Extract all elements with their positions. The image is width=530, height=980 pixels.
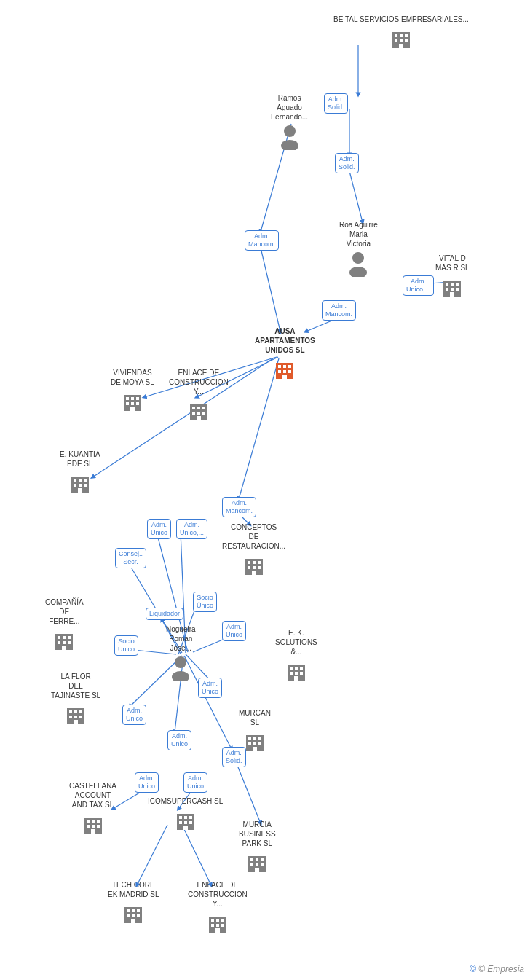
node-tech-core[interactable]: TECH COREEK MADRID SL [108,880,159,925]
person-icon-roa [347,251,370,277]
badge-consej-secr[interactable]: Consej..Secr. [115,548,146,568]
node-vital-d[interactable]: VITAL DMAS R SL [435,254,470,298]
svg-rect-121 [253,747,257,751]
svg-rect-57 [126,397,129,400]
svg-rect-135 [184,821,187,824]
svg-rect-99 [290,667,293,670]
node-ramos[interactable]: RamosAguadoFernando... [271,93,308,150]
node-ek-solutions[interactable]: E. K.SOLUTIONS&... [275,628,317,682]
svg-rect-141 [261,858,264,861]
node-murcan[interactable]: MURCANSL [239,708,271,753]
node-viviendas[interactable]: VIVIENDASDE MOYA SL [111,368,154,412]
svg-rect-73 [74,479,76,482]
svg-rect-66 [197,407,200,409]
svg-rect-113 [74,720,78,724]
badge-liquidador[interactable]: Liquidador [146,608,183,620]
svg-rect-102 [290,672,293,675]
svg-rect-120 [258,742,261,745]
svg-rect-157 [221,919,224,922]
svg-rect-35 [399,44,403,48]
building-icon-vital [440,275,464,298]
watermark: © © Empresia [470,964,524,974]
svg-rect-62 [136,402,139,405]
node-be-tal[interactable]: BE TAL SERVICIOS EMPRESARIALES... [333,15,469,50]
building-icon-enlace-bottom [206,911,229,934]
svg-rect-53 [283,370,286,373]
node-icomsupercash[interactable]: ICOMSUPERCASH SL [148,796,223,831]
badge-socio-unico-1[interactable]: SocioÚnico [193,592,217,612]
badge-adm-unico-3[interactable]: Adm.Unico [222,621,246,641]
svg-line-27 [182,825,211,885]
svg-rect-129 [91,829,95,834]
badge-socio-unico-2[interactable]: SocioÚnico [114,635,138,656]
badge-adm-unico-5[interactable]: Adm.Unico [122,705,146,725]
svg-rect-133 [189,816,192,819]
svg-rect-52 [278,370,281,373]
svg-rect-105 [294,676,298,681]
node-e-kuantia[interactable]: E. KUANTIAEDE SL [60,450,100,494]
svg-rect-50 [283,365,286,368]
svg-rect-126 [87,825,90,828]
badge-adm-unico-2[interactable]: Adm.Unico,... [176,519,207,539]
badge-adm-solid-1[interactable]: Adm.Solid. [324,93,348,114]
svg-rect-134 [179,821,182,824]
badge-adm-mancom-1[interactable]: Adm.Mancom. [245,230,279,251]
svg-point-97 [172,671,189,681]
svg-rect-51 [288,365,291,368]
badge-adm-unico-4[interactable]: Adm.Unico [198,678,222,698]
node-nogueira[interactable]: NogueiraRomanJose... [166,624,196,681]
svg-rect-70 [202,412,205,415]
svg-rect-124 [92,820,95,823]
node-enlace-bottom[interactable]: ENLACE DECONSTRUCCIONY... [188,880,248,934]
badge-adm-unico-8[interactable]: Adm.Unico [183,772,207,793]
svg-rect-47 [450,292,454,297]
building-icon-ausa [273,357,296,380]
svg-rect-74 [79,479,82,482]
badge-adm-unico-vital[interactable]: Adm.Unico,... [403,275,434,296]
svg-rect-59 [136,397,139,400]
badge-adm-mancom-3[interactable]: Adm.Mancom. [222,497,256,517]
node-castellana[interactable]: CASTELLANAACCOUNTAND TAX SL [69,781,116,835]
svg-rect-31 [405,34,408,37]
svg-rect-79 [78,488,82,493]
svg-rect-41 [446,283,448,286]
svg-point-37 [281,140,298,150]
svg-rect-89 [58,636,60,639]
svg-rect-118 [248,742,251,745]
badge-adm-unico-7[interactable]: Adm.Unico [135,772,159,793]
badge-adm-mancom-2[interactable]: Adm.Mancom. [322,300,356,321]
node-compania[interactable]: COMPAÑÍADEFERRE... [45,597,84,651]
svg-rect-110 [69,716,72,718]
badge-adm-unico-6[interactable]: Adm.Unico [167,730,191,750]
svg-rect-84 [248,566,250,569]
svg-rect-32 [395,39,398,42]
svg-rect-83 [258,561,261,564]
node-ausa[interactable]: AUSAAPARTAMENTOSUNIDOS SL [255,326,315,380]
svg-rect-111 [74,716,77,718]
building-icon-icom [174,808,197,831]
svg-rect-156 [216,919,219,922]
svg-rect-77 [79,484,82,487]
svg-rect-143 [256,863,258,866]
svg-rect-91 [68,636,71,639]
graph-container: BE TAL SERVICIOS EMPRESARIALES... RamosA… [0,0,530,980]
badge-adm-unico-1[interactable]: Adm.Unico [147,519,171,539]
svg-rect-128 [97,825,100,828]
building-icon [389,26,413,50]
badge-adm-solid-2[interactable]: Adm.Solid. [335,153,359,173]
badge-adm-solid-3[interactable]: Adm.Solid. [222,747,246,767]
node-conceptos[interactable]: CONCEPTOSDERESTAURACION... [222,522,285,576]
node-roa[interactable]: Roa AguirreMariaVictoria [339,220,378,277]
building-icon-castellana [82,812,105,835]
svg-rect-116 [253,737,256,740]
svg-rect-145 [255,868,259,872]
svg-rect-155 [211,919,214,922]
svg-rect-68 [192,412,195,415]
node-enlace-top[interactable]: ENLACE DECONSTRUCCIONY... [169,368,229,422]
building-icon-viviendas [121,389,144,412]
node-murcia-bp[interactable]: MURCIABUSINESSPARK SL [239,820,276,874]
svg-rect-131 [179,816,182,819]
svg-rect-109 [79,710,82,713]
node-la-flor[interactable]: LA FLORDELTAJINASTE SL [51,672,100,726]
svg-rect-58 [131,397,134,400]
